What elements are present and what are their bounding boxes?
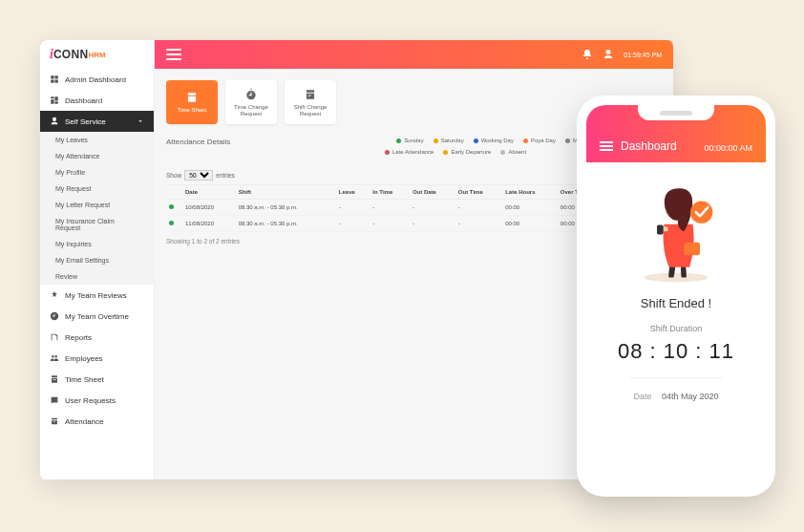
sidebar-item-label: Dashboard xyxy=(65,96,102,105)
table-header-cell[interactable]: Shift xyxy=(236,185,336,200)
phone-menu-button[interactable] xyxy=(600,141,613,151)
sidebar-item-team-reviews[interactable]: My Team Reviews xyxy=(40,285,154,306)
user-icon[interactable] xyxy=(603,49,614,60)
request-icon xyxy=(50,395,59,405)
phone-notch xyxy=(638,105,714,120)
brand-logo: i CONN HRM xyxy=(40,40,155,69)
sidebar-item-label: Reports xyxy=(65,333,92,342)
review-icon xyxy=(50,290,59,300)
sidebar-sub-review[interactable]: Review xyxy=(40,268,154,285)
clock-label: 01:59:45 PM xyxy=(624,52,662,58)
sidebar-sub-my-request[interactable]: My Request xyxy=(40,181,154,197)
sidebar-sub-my-attendance[interactable]: My Attendance xyxy=(40,148,154,164)
sidebar-item-label: Admin Dashboard xyxy=(65,75,126,84)
illustration-person xyxy=(628,180,724,285)
legend-item: Sunday xyxy=(396,138,423,143)
sidebar-sub-my-leaves[interactable]: My Leaves xyxy=(40,132,154,148)
sidebar-item-employees[interactable]: Employees xyxy=(40,348,154,369)
table-header-cell[interactable]: Leave xyxy=(336,185,370,200)
legend-item: Late Attendance xyxy=(385,149,434,155)
sidebar-item-self-service[interactable]: Self Service xyxy=(40,111,154,132)
table-header-cell[interactable] xyxy=(166,185,182,200)
date-label: Date xyxy=(633,392,651,401)
mobile-app-frame: Dashboard 00:00:00 AM xyxy=(577,96,775,497)
chevron-down-icon xyxy=(137,117,144,125)
phone-title: Dashboard xyxy=(621,139,677,153)
sidebar-sub-my-letter-request[interactable]: My Letter Request xyxy=(40,197,154,213)
table-header-cell[interactable]: Late Hours xyxy=(502,185,558,200)
sidebar-item-label: My Team Overtime xyxy=(65,312,129,321)
sidebar-item-label: User Requests xyxy=(65,396,116,405)
legend-item: Saturday xyxy=(434,138,464,143)
sidebar-item-timesheet[interactable]: Time Sheet xyxy=(40,369,154,390)
divider xyxy=(630,377,722,378)
date-value: 04th May 2020 xyxy=(662,392,719,401)
legend-item: Poya Day xyxy=(523,138,556,143)
shift-duration-label: Shift Duration xyxy=(600,324,752,333)
table-header-cell[interactable]: Out Time xyxy=(455,185,502,200)
card-shift-change-request[interactable]: Shift Change Request xyxy=(285,80,336,124)
legend-item: Early Departure xyxy=(443,149,491,155)
calendar-icon xyxy=(185,91,199,104)
sidebar-item-reports[interactable]: Reports xyxy=(40,327,154,348)
svg-rect-4 xyxy=(657,225,664,235)
grid-icon xyxy=(50,74,59,84)
menu-toggle-button[interactable] xyxy=(166,49,181,60)
shift-ended-label: Shift Ended ! xyxy=(600,296,752,310)
table-header-cell[interactable]: In Time xyxy=(370,185,410,200)
attendance-icon xyxy=(50,416,59,426)
card-time-change-request[interactable]: Time Change Request xyxy=(225,80,277,124)
phone-time: 00:00:00 AM xyxy=(704,143,752,153)
sidebar-sub-my-profile[interactable]: My Profile xyxy=(40,164,154,181)
show-label-pre: Show xyxy=(166,172,181,179)
table-header-cell[interactable]: Out Date xyxy=(410,185,455,200)
table-header-cell[interactable]: Date xyxy=(182,185,236,200)
sidebar-sub-my-inquiries[interactable]: My Inquiries xyxy=(40,236,154,252)
calendar-check-icon xyxy=(304,88,317,101)
legend-item: Absent xyxy=(500,149,526,155)
card-time-sheet[interactable]: Time Sheet xyxy=(166,80,218,124)
stopwatch-icon xyxy=(244,88,258,101)
svg-point-0 xyxy=(645,273,709,283)
sidebar-item-label: Employees xyxy=(65,354,103,363)
section-title: Attendance Details xyxy=(166,138,230,146)
sidebar-item-label: My Team Reviews xyxy=(65,291,127,300)
card-label: Shift Change Request xyxy=(285,104,336,117)
user-icon xyxy=(50,117,59,126)
entries-select[interactable]: 50 xyxy=(184,170,213,181)
status-dot xyxy=(169,204,174,209)
svg-rect-1 xyxy=(684,243,700,255)
logo-conn: CONN xyxy=(53,48,89,61)
sidebar-item-attendance[interactable]: Attendance xyxy=(40,411,154,432)
people-icon xyxy=(50,353,59,363)
card-label: Time Change Request xyxy=(225,104,277,117)
show-label-post: entries xyxy=(216,172,235,179)
bell-icon[interactable] xyxy=(582,49,593,60)
sidebar: Admin Dashboard Dashboard Self Service M… xyxy=(40,69,155,479)
topbar-right: 01:59:45 PM xyxy=(582,49,662,60)
sidebar-item-admin-dashboard[interactable]: Admin Dashboard xyxy=(40,69,154,90)
date-row: Date 04th May 2020 xyxy=(600,392,752,401)
status-dot xyxy=(169,221,174,225)
shift-duration-value: 08 : 10 : 11 xyxy=(600,339,752,364)
show-entries: Show 50 entries xyxy=(166,170,235,181)
card-label: Time Sheet xyxy=(178,107,206,114)
sidebar-sub-my-insurance-claim-request[interactable]: My Insurance Claim Request xyxy=(40,213,154,236)
dashboard-icon xyxy=(50,96,59,105)
svg-point-5 xyxy=(690,202,712,223)
phone-body: Shift Ended ! Shift Duration 08 : 10 : 1… xyxy=(586,162,766,411)
logo-hrm: HRM xyxy=(88,51,105,59)
sidebar-item-label: Attendance xyxy=(65,417,103,426)
sidebar-item-team-overtime[interactable]: My Team Overtime xyxy=(40,306,154,327)
sidebar-sub-my-email-settings[interactable]: My Email Settings xyxy=(40,252,154,268)
sidebar-item-label: Time Sheet xyxy=(65,375,104,384)
sidebar-item-label: Self Service xyxy=(65,117,106,126)
sidebar-item-user-requests[interactable]: User Requests xyxy=(40,390,154,411)
clock-icon xyxy=(50,311,59,321)
timesheet-icon xyxy=(50,374,59,384)
legend-item: Working Day xyxy=(474,138,514,143)
sidebar-item-dashboard[interactable]: Dashboard xyxy=(40,90,154,111)
report-icon xyxy=(50,332,59,342)
